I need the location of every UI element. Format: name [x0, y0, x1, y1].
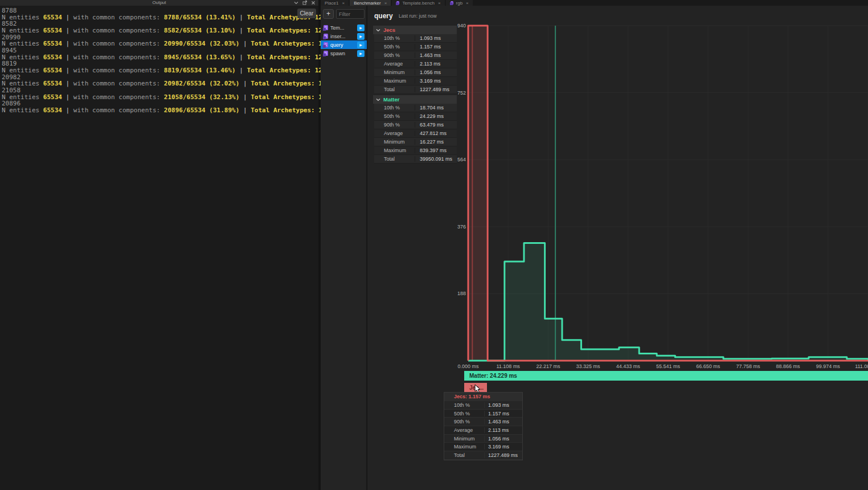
stat-label: 90th %: [374, 52, 415, 58]
section-header-matter[interactable]: Matter: [373, 95, 457, 104]
tooltip-row: 50th %1.157 ms: [444, 410, 522, 418]
add-benchmark-button[interactable]: +: [323, 9, 334, 19]
tooltip-row: 10th %1.093 ms: [444, 401, 522, 410]
tooltip-row: Minimum1.056 ms: [444, 435, 522, 443]
stat-value: 63.479 ms: [415, 122, 457, 128]
console-output[interactable]: 8788N entities 65534 | with common compo…: [2, 7, 318, 114]
stat-label: 50th %: [374, 113, 415, 119]
bench-item-label: query: [330, 42, 343, 48]
bench-script-icon: [323, 51, 329, 56]
x-axis-tick-label: 0.000 ms: [457, 364, 479, 369]
filter-input[interactable]: [336, 9, 365, 19]
common-count: 20982/65534 (32.02%): [164, 80, 239, 87]
bench-item-inser[interactable]: inser...▶: [321, 32, 367, 40]
stat-label: Total: [374, 156, 415, 162]
stats-table: Jecs10th %1.093 ms50th %1.157 ms90th %1.…: [373, 24, 457, 164]
separator: |: [239, 80, 251, 87]
stat-label: Maximum: [374, 78, 415, 84]
tooltip-rows: 10th %1.093 ms50th %1.157 ms90th %1.463 …: [444, 401, 522, 460]
histogram-chart[interactable]: 1883765647529400.000 ms11.108 ms22.217 m…: [457, 6, 868, 375]
y-axis-tick-label: 564: [457, 157, 466, 162]
bench-item-query[interactable]: query▶: [321, 40, 367, 49]
pop-out-icon[interactable]: [302, 1, 307, 5]
stat-label: 10th %: [374, 105, 415, 111]
common-count: 20990/65534 (32.03%): [164, 40, 239, 47]
tooltip-label: Total: [444, 452, 484, 458]
close-icon[interactable]: ×: [466, 1, 469, 6]
tooltip-label: Average: [444, 427, 484, 433]
run-benchmark-button[interactable]: ▶: [357, 50, 365, 57]
archetype-count: Total Archetypes: 120: [251, 93, 330, 101]
script-icon-corner: [396, 2, 399, 5]
close-icon[interactable]: ×: [384, 1, 387, 6]
run-benchmark-button[interactable]: ▶: [357, 42, 365, 48]
section-header-jecs[interactable]: Jecs: [373, 26, 457, 34]
x-axis-tick-label: 99.974 ms: [816, 364, 841, 369]
stat-label: 50th %: [374, 44, 415, 50]
tab-rgb[interactable]: rgb×: [446, 0, 473, 6]
x-axis-tick-label: 55.541 ms: [656, 364, 681, 369]
chevron-down-icon[interactable]: [294, 1, 298, 5]
stat-value: 3.169 ms: [415, 78, 457, 84]
chevron-down-icon: [376, 97, 380, 102]
tab-place1[interactable]: Place1×: [321, 0, 349, 6]
clear-button[interactable]: Clear: [297, 9, 316, 18]
stat-label: Maximum: [374, 148, 415, 153]
stat-row: Total1227.489 ms: [374, 85, 457, 94]
tab-label: Template.bench: [402, 1, 434, 6]
x-axis-tick-label: 22.217 ms: [536, 364, 560, 369]
stat-value: 24.229 ms: [415, 113, 457, 119]
stat-value: 2.113 ms: [415, 61, 457, 67]
stat-value: 1.093 ms: [415, 35, 457, 41]
tooltip-value: 1.093 ms: [484, 402, 522, 408]
bench-item-Tem[interactable]: Tem...▶: [321, 23, 367, 32]
tooltip-title: Jecs: 1.157 ms: [444, 393, 522, 401]
common-count: 8819/65534 (13.46%): [164, 67, 236, 74]
tooltip-label: 10th %: [444, 402, 484, 408]
tooltip-value: 1.463 ms: [484, 419, 522, 424]
entity-count: 65534: [43, 107, 62, 114]
separator: |: [62, 107, 73, 114]
close-icon[interactable]: ×: [438, 1, 441, 6]
tab-benchmarker[interactable]: Benchmarker×: [350, 0, 391, 6]
tooltip-label: 90th %: [444, 419, 484, 424]
console-text: with common components:: [73, 93, 164, 101]
stat-label: Minimum: [374, 139, 415, 145]
archetype-count: Total Archetypes: 128: [247, 67, 326, 74]
tab-template-bench[interactable]: Template.bench×: [392, 0, 444, 6]
script-icon-corner: [323, 54, 326, 56]
archetype-count: Total Archetypes: 128: [247, 27, 326, 34]
console-line: N entities 65534 | with common component…: [2, 67, 318, 74]
run-benchmark-button[interactable]: ▶: [357, 33, 365, 40]
output-panel: Output 8788N entities 65534 | with commo…: [0, 0, 318, 490]
console-line: N entities 65534 | with common component…: [2, 40, 318, 47]
entity-count: 65534: [43, 80, 62, 87]
close-icon[interactable]: ×: [342, 1, 345, 6]
separator: |: [62, 54, 73, 61]
separator: |: [62, 40, 73, 47]
entity-count: 65534: [43, 40, 62, 47]
separator: |: [236, 14, 247, 21]
common-count: 8945/65534 (13.65%): [164, 54, 236, 61]
output-titlebar[interactable]: Output: [0, 0, 318, 6]
close-icon[interactable]: [311, 1, 316, 5]
section-name: Jecs: [383, 27, 395, 33]
separator: |: [239, 40, 251, 47]
last-run-label: Last run: just now: [399, 13, 437, 19]
stat-row: 10th %18.704 ms: [374, 104, 457, 112]
bench-item-spawn[interactable]: spawn▶: [321, 49, 367, 58]
jecs-tooltip: Jecs: 1.157 ms 10th %1.093 ms50th %1.157…: [444, 392, 523, 460]
tab-bar: Place1×Benchmarker×Template.bench×rgb×: [321, 0, 868, 6]
tab-label: Place1: [325, 1, 338, 6]
y-axis-tick-label: 940: [457, 23, 466, 28]
stat-row: 90th %1.463 ms: [374, 51, 457, 60]
script-icon-corner: [323, 45, 326, 48]
y-axis-tick-label: 188: [457, 291, 466, 296]
x-axis-tick-label: 111.083 ms: [855, 364, 868, 369]
run-benchmark-button[interactable]: ▶: [357, 24, 365, 31]
console-text: with common components:: [73, 27, 164, 34]
console-line: N entities 65534 | with common component…: [2, 14, 318, 21]
stat-value: 16.227 ms: [415, 139, 457, 145]
stat-value: 1.463 ms: [415, 52, 457, 58]
matter-total-bar[interactable]: Matter: 24.229 ms: [464, 371, 868, 381]
